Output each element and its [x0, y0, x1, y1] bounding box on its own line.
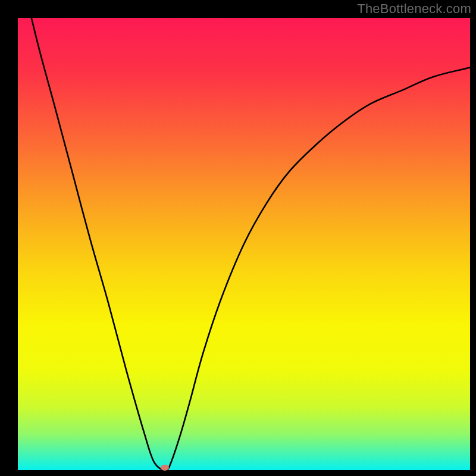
- watermark-label: TheBottleneck.com: [357, 1, 471, 17]
- chart-frame: TheBottleneck.com: [0, 0, 476, 476]
- bottleneck-chart: [0, 0, 476, 476]
- minimum-marker: [161, 465, 169, 471]
